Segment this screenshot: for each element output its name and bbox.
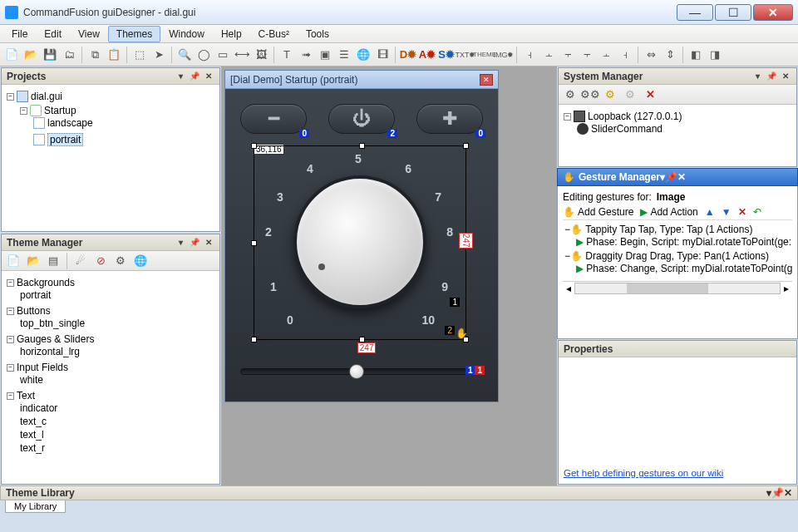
align-bot-icon[interactable]: ⫞ [617,47,633,63]
menu-view[interactable]: View [70,26,108,42]
menu-window[interactable]: Window [160,26,213,42]
tm-bird-icon[interactable]: ☄ [72,253,89,269]
align-right-icon[interactable]: ⫟ [559,47,576,63]
handle-w[interactable] [251,240,257,246]
minus-button[interactable]: ━0 [240,104,307,134]
text-icon[interactable]: T [278,47,295,63]
img-bolt-icon[interactable]: IMG✹ [495,47,512,63]
dropdown-icon[interactable]: ▾ [175,237,186,249]
sm-tree[interactable]: −Loopback (127.0.0.1) SliderCommand [559,105,796,166]
help-link[interactable]: Get help defining gestures on our wiki [564,468,723,478]
theme-manager-header[interactable]: Theme Manager ▾ 📌 ✕ [2,234,219,251]
gesture-phase-0[interactable]: Phase: Begin, Script: myDial.rotateToPoi… [586,236,791,248]
sm-node[interactable]: Loopback (127.0.0.1) [588,111,682,122]
save-icon[interactable]: 💾 [42,47,58,63]
handle-sw[interactable] [251,337,257,342]
dropdown-icon[interactable]: ▾ [751,71,763,82]
sm-child[interactable]: SliderCommand [591,123,663,135]
orientation-portrait[interactable]: portrait [47,133,83,146]
theme-item[interactable]: top_btn_single [20,318,85,329]
txt-bolt-icon[interactable]: TXT✹ [457,47,474,63]
plus-button[interactable]: ✚0 [416,104,483,134]
tm-open-icon[interactable]: 📂 [25,253,42,269]
paste-icon[interactable]: 📋 [106,47,122,63]
maximize-button[interactable] [715,4,751,21]
sm-gear4-icon[interactable]: ⚙ [622,86,638,103]
theme-item[interactable]: text_c [20,416,47,427]
align-top-icon[interactable]: ⫟ [579,47,595,63]
sm-gear1-icon[interactable]: ⚙ [562,86,579,103]
text2-icon[interactable]: ➟ [298,47,314,63]
pin-icon[interactable]: 📌 [189,71,200,82]
gesture-phase-1[interactable]: Phase: Change, Script: myDial.rotateToPo… [586,263,792,274]
handle-n[interactable] [359,143,365,149]
menu-cbus[interactable]: C-Bus² [250,26,298,42]
properties-header[interactable]: Properties [559,341,796,357]
add-gesture-button[interactable]: ✋Add Gesture [563,206,633,218]
panel-close-icon[interactable]: ✕ [784,487,792,499]
open-icon[interactable]: 📂 [22,47,39,63]
menu-themes[interactable]: Themes [108,26,160,42]
theme-library-header[interactable]: Theme Library ▾ 📌 ✕ [0,485,798,500]
slider[interactable]: 1 1 [240,368,483,383]
undo-icon[interactable]: ↶ [753,206,761,218]
h-scrollbar[interactable]: ◂ ▸ [563,281,792,294]
gesture-item-0[interactable]: Tappity Tap Tap, Type: Tap (1 Actions) [585,224,752,235]
film-icon[interactable]: 🎞 [374,47,391,63]
menu-tools[interactable]: Tools [298,26,337,42]
send-back-icon[interactable]: ◨ [707,47,723,63]
image-icon[interactable]: 🖼 [253,47,269,63]
tm-list-icon[interactable]: ▤ [45,253,62,269]
handle-ne[interactable] [463,143,469,149]
rect-icon[interactable]: ▭ [214,47,231,63]
panel-close-icon[interactable]: ✕ [203,237,214,249]
pin-icon[interactable]: 📌 [771,487,784,499]
theme-bolt-icon[interactable]: THEME [476,47,493,63]
circle-icon[interactable]: ◯ [195,47,212,63]
sm-delete-icon[interactable]: ✕ [642,86,658,103]
panel-close-icon[interactable]: ✕ [203,71,214,82]
gesture-item-1[interactable]: Draggity Drag Drag, Type: Pan(1 Actions) [585,250,769,262]
pin-icon[interactable]: 📌 [766,71,777,82]
handle-s[interactable] [359,337,365,342]
system-manager-header[interactable]: System Manager ▾ 📌 ✕ [559,68,796,85]
theme-item[interactable]: white [20,374,43,386]
gesture-tree[interactable]: −✋ Tappity Tap Tap, Type: Tap (1 Actions… [563,223,792,276]
power-button[interactable]: ⏻2 [328,104,395,134]
projects-tree[interactable]: −dial.gui −Startup landscape portrait [2,85,219,231]
tm-globe-icon[interactable]: 🌐 [132,253,149,269]
close-button[interactable] [753,4,793,21]
handle-nw[interactable] [251,143,257,149]
bring-front-icon[interactable]: ◧ [687,47,704,63]
dist-v-icon[interactable]: ⇕ [662,47,678,63]
project-root[interactable]: dial.gui [31,91,62,102]
device-close-icon[interactable]: ✕ [480,74,493,86]
d-icon[interactable]: D✹ [400,47,416,63]
theme-library-tab[interactable]: My Library [5,500,66,513]
pin-icon[interactable]: 📌 [665,171,677,183]
theme-item[interactable]: text_r [20,442,45,454]
dial-knob[interactable] [293,175,426,308]
theme-item[interactable]: text_l [20,429,44,441]
theme-item[interactable]: portrait [20,289,51,301]
project-startup[interactable]: Startup [44,105,76,116]
zoom-icon[interactable]: 🔍 [176,47,193,63]
add-action-button[interactable]: ▶Add Action [640,206,697,218]
a-icon[interactable]: A✹ [419,47,436,63]
theme-item[interactable]: indicator [20,402,57,414]
dial-selection[interactable]: 36,116 247 247 0 1 2 [254,145,470,340]
theme-item[interactable]: horizontal_lrg [20,346,80,357]
tm-forbid-icon[interactable]: ⊘ [92,253,109,269]
gesture-manager-header[interactable]: ✋ Gesture Manager ▾ 📌 ✕ [557,168,798,186]
sm-gear2-icon[interactable]: ⚙⚙ [582,86,598,103]
sm-gear3-icon[interactable]: ⚙ [602,86,618,103]
theme-tree[interactable]: − Backgroundsportrait− Buttonstop_btn_si… [2,271,219,484]
pin-icon[interactable]: 📌 [189,237,200,249]
list-icon[interactable]: ☰ [336,47,352,63]
menu-edit[interactable]: Edit [36,26,70,42]
delete-icon[interactable]: ✕ [738,206,746,218]
move-up-icon[interactable]: ▲ [705,206,715,218]
align-left-icon[interactable]: ⫞ [521,47,538,63]
input-icon[interactable]: ▣ [317,47,333,63]
pointer-icon[interactable]: ➤ [150,47,167,63]
